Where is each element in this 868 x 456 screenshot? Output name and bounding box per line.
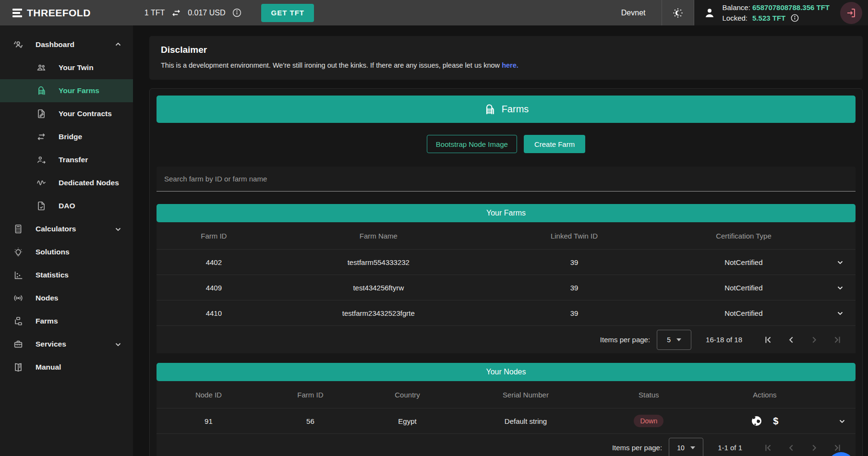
column-header: Actions [701, 381, 829, 408]
sidebar-item-calculators[interactable]: Calculators [0, 217, 133, 240]
your-nodes-title: Your Nodes [486, 368, 526, 376]
brand: THREEFOLD [0, 7, 91, 19]
app-root: THREEFOLD 1 TFT 0.017 USD GET TFT Devnet [0, 0, 868, 456]
logout-button[interactable] [840, 2, 862, 24]
items-per-page-label: Items per page: [600, 336, 650, 344]
theme-toggle-button[interactable] [662, 0, 694, 25]
column-header-spacer [829, 381, 856, 408]
expand-row-chevron-icon[interactable] [825, 275, 856, 300]
disclaimer-title: Disclaimer [161, 45, 851, 55]
your-farms-table: Your Farms Farm ID Farm Name Linked Twin… [157, 204, 856, 353]
price-info-icon[interactable] [232, 8, 242, 18]
your-nodes-banner: Your Nodes [157, 363, 856, 381]
disclaimer-here-link[interactable]: here. [502, 61, 518, 69]
column-header: Node ID [157, 381, 261, 408]
chevron-up-icon [114, 40, 122, 49]
table-row: 91 56 Egypt Default string Down $ [157, 408, 856, 433]
expand-row-chevron-icon[interactable] [829, 408, 856, 433]
first-page-button[interactable] [757, 443, 780, 453]
farm-name-cell: test434256ftyrw [271, 275, 486, 300]
expand-row-chevron-icon[interactable] [825, 300, 856, 325]
column-header: Serial Number [455, 381, 597, 408]
actions-cell: $ [701, 408, 829, 433]
sidebar-item-nodes[interactable]: Nodes [0, 287, 133, 310]
sidebar-item-label: Statistics [36, 271, 69, 279]
sidebar-item-services[interactable]: Services [0, 333, 133, 356]
column-header-spacer [825, 222, 856, 249]
twin-id-cell: 39 [486, 275, 663, 300]
serial-number-cell: Default string [455, 408, 597, 433]
sidebar-item-dao[interactable]: DAO [0, 194, 133, 217]
topbar: THREEFOLD 1 TFT 0.017 USD GET TFT Devnet [0, 0, 868, 25]
twin-id-cell: 39 [486, 300, 663, 325]
next-page-button[interactable] [803, 335, 826, 345]
items-per-page-select[interactable]: 10 [669, 438, 703, 456]
farm-id-cell: 4409 [157, 275, 271, 300]
sidebar-item-transfer[interactable]: Transfer [0, 148, 133, 171]
sidebar-item-your-twin[interactable]: Your Twin [0, 56, 133, 79]
sidebar-item-dashboard[interactable]: Dashboard [0, 33, 133, 56]
page-content: Disclaimer This is a development environ… [133, 25, 868, 456]
silo-icon [483, 103, 496, 116]
first-page-button[interactable] [757, 335, 780, 345]
sidebar-item-label: Nodes [36, 294, 58, 302]
last-page-button[interactable] [826, 443, 849, 453]
calculator-icon [12, 224, 24, 234]
pricing-dollar-icon[interactable]: $ [773, 416, 778, 427]
sidebar-item-statistics[interactable]: Statistics [0, 264, 133, 287]
sidebar-item-farms[interactable]: Farms [0, 310, 133, 333]
per-page-value: 10 [677, 444, 685, 452]
book-open-icon [12, 362, 24, 372]
previous-page-button[interactable] [780, 443, 803, 453]
balance-label: Balance: [722, 3, 750, 12]
column-header: Certification Type [663, 222, 825, 249]
bootstrap-node-image-button[interactable]: Bootstrap Node Image [427, 135, 517, 153]
expand-row-chevron-icon[interactable] [825, 250, 856, 275]
page-range-label: 16-18 of 18 [706, 336, 742, 344]
farm-name-cell: testfarm554333232 [271, 250, 486, 275]
sidebar-item-your-contracts[interactable]: Your Contracts [0, 102, 133, 125]
farm-id-cell: 56 [261, 408, 360, 433]
sidebar-item-label: Dedicated Nodes [59, 179, 119, 187]
lightbulb-icon [12, 247, 24, 257]
items-per-page-select[interactable]: 5 [657, 330, 691, 350]
sidebar-item-your-farms[interactable]: Your Farms [0, 79, 133, 102]
next-page-button[interactable] [803, 443, 826, 453]
chevron-down-icon [114, 225, 122, 233]
sidebar-item-dedicated-nodes[interactable]: Dedicated Nodes [0, 171, 133, 194]
balance-text: Balance: 658707808788.356 TFT Locked: 5.… [722, 2, 830, 24]
nodes-pagination: Items per page: 10 1-1 of 1 [157, 433, 856, 456]
table-row: 4410 testfarm23432523fgrte 39 NotCertifi… [157, 300, 856, 325]
silo-icon [36, 85, 47, 96]
farms-card: Farms Bootstrap Node Image Create Farm Y… [149, 88, 863, 456]
page-range-label: 1-1 of 1 [718, 444, 742, 452]
get-tft-button[interactable]: GET TFT [261, 4, 314, 22]
column-header: Linked Twin ID [486, 222, 663, 249]
lan-icon [12, 316, 24, 326]
column-header: Farm ID [261, 381, 360, 408]
tft-price-widget: 1 TFT 0.017 USD [145, 8, 242, 18]
previous-page-button[interactable] [780, 335, 803, 345]
sidebar-item-solutions[interactable]: Solutions [0, 240, 133, 264]
farm-id-cell: 4402 [157, 250, 271, 275]
swap-horizontal-icon [36, 132, 47, 142]
farms-header-title: Farms [502, 104, 529, 115]
public-config-globe-icon[interactable] [751, 415, 762, 427]
certification-cell: NotCertified [663, 250, 825, 275]
sidebar-item-label: Services [36, 340, 66, 348]
sidebar-item-manual[interactable]: Manual [0, 356, 133, 379]
locked-row: Locked: 5.523 TFT [722, 13, 830, 24]
locked-info-icon[interactable] [790, 13, 799, 23]
sidebar-item-label: Calculators [36, 225, 76, 233]
chart-scatter-icon [12, 270, 24, 280]
farms-header-banner: Farms [157, 96, 856, 123]
sidebar-item-label: Your Contracts [59, 109, 112, 118]
brand-name: THREEFOLD [27, 7, 91, 19]
people-icon [36, 62, 47, 73]
last-page-button[interactable] [826, 335, 849, 345]
account-icon [703, 6, 716, 20]
sidebar-item-bridge[interactable]: Bridge [0, 125, 133, 148]
farm-search-input[interactable] [157, 175, 856, 183]
column-header: Country [360, 381, 455, 408]
create-farm-button[interactable]: Create Farm [524, 135, 585, 153]
